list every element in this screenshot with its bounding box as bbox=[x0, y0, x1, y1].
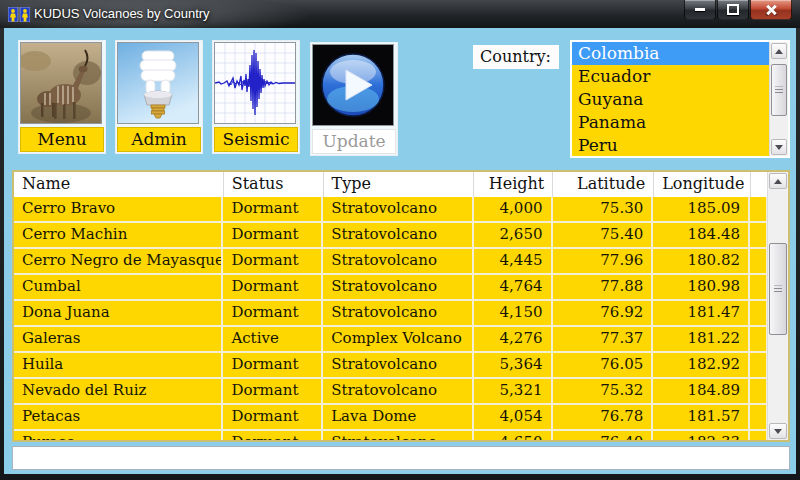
grid-cell[interactable]: 181.22 bbox=[653, 327, 750, 351]
grid-column-header[interactable]: Latitude bbox=[553, 172, 654, 197]
grid-cell[interactable]: 75.40 bbox=[553, 223, 654, 247]
grid-cell[interactable]: 4,150 bbox=[474, 301, 553, 325]
grid-cell[interactable] bbox=[750, 379, 768, 403]
grid-cell[interactable] bbox=[750, 405, 768, 429]
grid-cell[interactable]: Stratovolcano bbox=[323, 301, 474, 325]
grid-cell[interactable]: 77.37 bbox=[553, 327, 654, 351]
grid-cell[interactable]: Stratovolcano bbox=[323, 431, 474, 440]
grid-cell[interactable]: 5,364 bbox=[474, 353, 553, 377]
grid-cell[interactable]: 4,054 bbox=[474, 405, 553, 429]
grid-cell[interactable]: Dormant bbox=[223, 275, 323, 299]
scroll-down-button[interactable] bbox=[769, 423, 787, 439]
grid-row[interactable]: Cerro BravoDormantStratovolcano4,00075.3… bbox=[14, 197, 768, 223]
grid-cell[interactable]: 75.32 bbox=[553, 379, 654, 403]
grid-cell[interactable]: Dormant bbox=[223, 223, 323, 247]
grid-cell[interactable]: 2,650 bbox=[474, 223, 553, 247]
grid-cell[interactable]: Nevado del Ruiz bbox=[14, 379, 223, 403]
grid-scrollbar-thumb[interactable] bbox=[769, 243, 787, 335]
grid-row[interactable]: Cerro MachinDormantStratovolcano2,65075.… bbox=[14, 223, 768, 249]
grid-cell[interactable]: 180.98 bbox=[653, 275, 750, 299]
scroll-up-button[interactable] bbox=[771, 43, 787, 59]
listbox-scrollbar-thumb[interactable] bbox=[771, 64, 787, 116]
grid-cell[interactable]: 4,445 bbox=[474, 249, 553, 273]
grid-cell[interactable]: Cerro Machin bbox=[14, 223, 223, 247]
grid-cell[interactable]: Stratovolcano bbox=[323, 223, 474, 247]
grid-cell[interactable]: Dormant bbox=[223, 379, 323, 403]
grid-cell[interactable]: Galeras bbox=[14, 327, 223, 351]
grid-row[interactable]: Nevado del RuizDormantStratovolcano5,321… bbox=[14, 379, 768, 405]
listbox-scrollbar[interactable] bbox=[769, 42, 788, 156]
menu-button[interactable]: Menu bbox=[18, 40, 106, 154]
seismic-button[interactable]: Seismic bbox=[212, 40, 300, 154]
grid-cell[interactable]: Petacas bbox=[14, 405, 223, 429]
titlebar[interactable]: KUDUS Volcanoes by Country bbox=[0, 0, 800, 28]
country-list-item[interactable]: Panama bbox=[572, 111, 770, 134]
minimize-button[interactable] bbox=[684, 0, 716, 20]
country-list-item[interactable]: Peru bbox=[572, 134, 770, 157]
grid-cell[interactable]: 76.92 bbox=[553, 301, 654, 325]
grid-cell[interactable]: 184.48 bbox=[653, 223, 750, 247]
grid-cell[interactable]: Dormant bbox=[223, 197, 323, 221]
grid-cell[interactable]: 75.30 bbox=[553, 197, 654, 221]
grid-cell[interactable]: Cumbal bbox=[14, 275, 223, 299]
grid-scrollbar[interactable] bbox=[767, 172, 788, 440]
grid-cell[interactable]: 76.40 bbox=[553, 431, 654, 440]
grid-cell[interactable] bbox=[750, 431, 768, 440]
grid-cell[interactable]: Stratovolcano bbox=[323, 353, 474, 377]
grid-cell[interactable]: Complex Volcano bbox=[323, 327, 474, 351]
grid-cell[interactable] bbox=[750, 327, 768, 351]
close-button[interactable] bbox=[750, 0, 792, 20]
grid-cell[interactable]: Purace bbox=[14, 431, 223, 440]
grid-column-header[interactable]: Height bbox=[474, 172, 553, 197]
grid-row[interactable]: Dona JuanaDormantStratovolcano4,15076.92… bbox=[14, 301, 768, 327]
grid-cell[interactable] bbox=[750, 353, 768, 377]
grid-row[interactable]: PetacasDormantLava Dome4,05476.78181.57 bbox=[14, 405, 768, 431]
grid-cell[interactable] bbox=[750, 223, 768, 247]
grid-column-header[interactable]: Name bbox=[14, 172, 224, 197]
country-listbox[interactable]: ColombiaEcuadorGuyanaPanamaPeru bbox=[570, 40, 790, 158]
grid-cell[interactable] bbox=[750, 197, 768, 221]
grid-cell[interactable]: 181.47 bbox=[653, 301, 750, 325]
scroll-down-button[interactable] bbox=[771, 139, 787, 155]
grid-cell[interactable] bbox=[750, 301, 768, 325]
grid-cell[interactable]: Stratovolcano bbox=[323, 249, 474, 273]
grid-row[interactable]: Cerro Negro de MayasquerDormantStratovol… bbox=[14, 249, 768, 275]
country-list-item[interactable]: Colombia bbox=[572, 42, 770, 65]
grid-row[interactable]: HuilaDormantStratovolcano5,36476.05182.9… bbox=[14, 353, 768, 379]
grid-column-header[interactable]: Longitude bbox=[654, 172, 751, 197]
grid-cell[interactable] bbox=[750, 275, 768, 299]
grid-cell[interactable]: Stratovolcano bbox=[323, 275, 474, 299]
grid-row[interactable]: GalerasActiveComplex Volcano4,27677.3718… bbox=[14, 327, 768, 353]
grid-column-header[interactable]: Status bbox=[224, 172, 324, 197]
update-button[interactable]: Update bbox=[310, 42, 398, 156]
grid-cell[interactable]: 76.78 bbox=[553, 405, 654, 429]
grid-cell[interactable]: 4,276 bbox=[474, 327, 553, 351]
grid-cell[interactable]: 185.09 bbox=[653, 197, 750, 221]
grid-cell[interactable]: Dormant bbox=[223, 405, 323, 429]
grid-cell[interactable]: Active bbox=[223, 327, 323, 351]
scroll-up-button[interactable] bbox=[769, 173, 787, 189]
grid-cell[interactable] bbox=[750, 249, 768, 273]
maximize-button[interactable] bbox=[717, 0, 749, 20]
grid-cell[interactable]: Dona Juana bbox=[14, 301, 223, 325]
grid-cell[interactable]: Stratovolcano bbox=[323, 379, 474, 403]
grid-cell[interactable]: 4,650 bbox=[474, 431, 553, 440]
grid-cell[interactable]: Dormant bbox=[223, 301, 323, 325]
grid-cell[interactable]: 184.89 bbox=[653, 379, 750, 403]
grid-cell[interactable]: Cerro Negro de Mayasquer bbox=[14, 249, 223, 273]
admin-button[interactable]: Admin bbox=[115, 40, 203, 154]
grid-cell[interactable]: Stratovolcano bbox=[323, 197, 474, 221]
grid-cell[interactable]: 4,764 bbox=[474, 275, 553, 299]
grid-cell[interactable]: 182.92 bbox=[653, 353, 750, 377]
grid-cell[interactable]: 4,000 bbox=[474, 197, 553, 221]
grid-cell[interactable]: 180.82 bbox=[653, 249, 750, 273]
grid-cell[interactable]: Dormant bbox=[223, 249, 323, 273]
country-list-item[interactable]: Ecuador bbox=[572, 65, 770, 88]
grid-cell[interactable]: 181.57 bbox=[653, 405, 750, 429]
grid-column-header[interactable] bbox=[751, 172, 768, 197]
grid-cell[interactable]: Dormant bbox=[223, 431, 323, 440]
grid-cell[interactable]: 5,321 bbox=[474, 379, 553, 403]
grid-cell[interactable]: 182.33 bbox=[653, 431, 750, 440]
grid-cell[interactable]: 77.96 bbox=[553, 249, 654, 273]
status-input[interactable] bbox=[12, 446, 790, 470]
